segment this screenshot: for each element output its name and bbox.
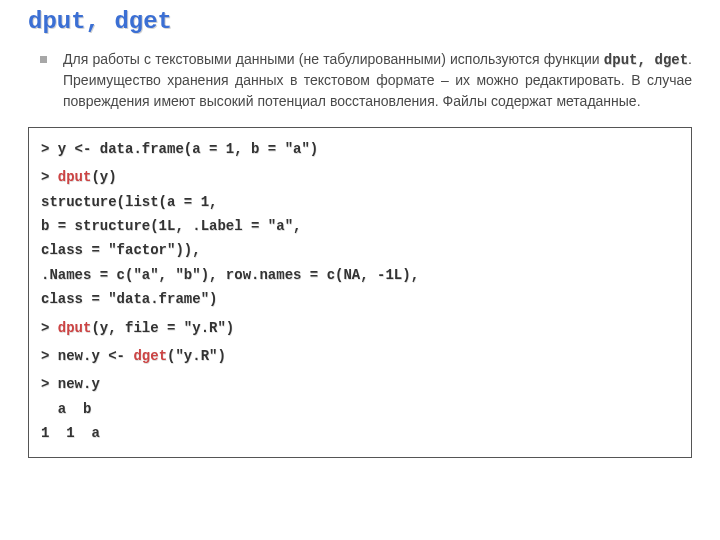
paragraph-mono: dput, dget	[604, 52, 688, 68]
code-text: > new.y <-	[41, 348, 133, 364]
code-line: structure(list(a = 1,	[41, 191, 679, 213]
code-text: class = "data.frame")	[41, 291, 217, 307]
code-text: > y <- data.frame(a = 1, b = "a")	[41, 141, 318, 157]
code-line: 1 1 a	[41, 422, 679, 444]
code-line: > y <- data.frame(a = 1, b = "a")	[41, 138, 679, 160]
code-text: (y)	[91, 169, 116, 185]
code-line: class = "data.frame")	[41, 288, 679, 310]
code-line: .Names = c("a", "b"), row.names = c(NA, …	[41, 264, 679, 286]
code-text: >	[41, 169, 58, 185]
code-text: class = "factor")),	[41, 242, 201, 258]
code-line: class = "factor")),	[41, 239, 679, 261]
code-text: (y, file = "y.R")	[91, 320, 234, 336]
code-text: .Names = c("a", "b"), row.names = c(NA, …	[41, 267, 419, 283]
code-line: b = structure(1L, .Label = "a",	[41, 215, 679, 237]
code-text: ("y.R")	[167, 348, 226, 364]
code-line: > dput(y, file = "y.R")	[41, 317, 679, 339]
bullet-icon	[40, 56, 47, 63]
code-text: b = structure(1L, .Label = "a",	[41, 218, 301, 234]
bullet-item: Для работы с текстовыми данными (не табу…	[28, 49, 692, 111]
code-line: > dput(y)	[41, 166, 679, 188]
code-text: 1 1 a	[41, 425, 100, 441]
code-text: >	[41, 320, 58, 336]
code-line: > new.y <- dget("y.R")	[41, 345, 679, 367]
code-fn: dput	[58, 320, 92, 336]
code-text: a b	[41, 401, 91, 417]
paragraph-pre: Для работы с текстовыми данными (не табу…	[63, 51, 604, 67]
code-fn: dput	[58, 169, 92, 185]
code-text: structure(list(a = 1,	[41, 194, 217, 210]
code-text: > new.y	[41, 376, 100, 392]
code-line: a b	[41, 398, 679, 420]
code-block: > y <- data.frame(a = 1, b = "a") > dput…	[28, 127, 692, 458]
paragraph: Для работы с текстовыми данными (не табу…	[63, 49, 692, 111]
code-line: > new.y	[41, 373, 679, 395]
code-fn: dget	[133, 348, 167, 364]
page-title: dput, dget	[28, 8, 692, 35]
